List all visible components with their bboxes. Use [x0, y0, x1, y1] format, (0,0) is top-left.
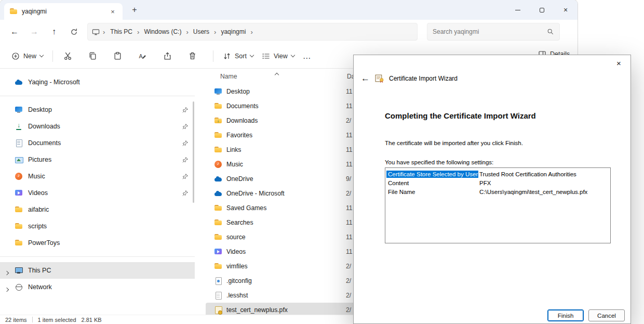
file-name: Documents [226, 102, 342, 110]
minimize-icon [515, 10, 520, 10]
cut-button[interactable] [58, 47, 77, 66]
wizard-settings-list[interactable]: Certificate Store Selected by UserTruste… [385, 167, 611, 243]
sidebar-item-label: This PC [28, 267, 51, 274]
setting-row-content[interactable]: ContentPFX [386, 178, 609, 187]
sidebar-item-onedrive[interactable]: Yaqing - Microsoft [0, 74, 195, 90]
sidebar-item-label: Documents [28, 139, 61, 147]
sidebar-item-label: Downloads [28, 123, 60, 130]
sidebar-item-downloads[interactable]: Downloads [0, 118, 195, 135]
pin-icon [181, 173, 189, 180]
file-name: Music [226, 161, 342, 168]
file-name: .gitconfig [226, 277, 342, 284]
expand-chevron-icon[interactable] [5, 288, 9, 292]
forward-button[interactable]: → [26, 23, 43, 40]
file-name: source [226, 234, 342, 241]
sidebar-item-label: Network [28, 283, 52, 291]
file-name: Searches [226, 219, 342, 226]
search-icon [547, 28, 554, 35]
address-bar[interactable]: This PCWindows (C:)Usersyaqingmi [87, 23, 418, 41]
pin-icon [181, 156, 189, 163]
close-button[interactable]: × [554, 0, 578, 20]
navigation-bar: ← → ↑ This PCWindows (C:)Usersyaqingmi [0, 20, 578, 44]
sidebar-item-pictures[interactable]: Pictures [0, 151, 195, 168]
minimize-button[interactable] [506, 0, 530, 20]
file-row-gitconfig[interactable]: .gitconfig2/ [206, 274, 361, 288]
sidebar-item-documents[interactable]: Documents [0, 135, 195, 151]
file-row-favorites[interactable]: Favorites11 [206, 128, 361, 142]
new-tab-button[interactable]: + [129, 4, 140, 16]
paste-button[interactable] [108, 47, 127, 66]
rename-button[interactable]: A [133, 47, 152, 66]
wizard-settings-caption: You have specified the following setting… [385, 159, 493, 165]
maximize-icon [540, 8, 544, 12]
copy-button[interactable] [83, 47, 102, 66]
explorer-tab[interactable]: yaqingmi × [4, 3, 123, 20]
breadcrumb-item-yaqingmi[interactable]: yaqingmi [218, 26, 249, 37]
sidebar-item-videos[interactable]: Videos [0, 185, 195, 201]
file-row-vimfiles[interactable]: vimfiles2/ [206, 259, 361, 274]
more-options-button[interactable]: … [299, 50, 316, 62]
sort-button[interactable]: Sort [219, 49, 258, 63]
breadcrumb-chevron-icon [136, 28, 141, 36]
delete-button[interactable] [183, 47, 202, 66]
refresh-button[interactable] [65, 23, 82, 40]
sort-icon [223, 52, 231, 60]
setting-row-file-name[interactable]: File NameC:\Users\yaqingmi\test_cert_new… [386, 187, 609, 196]
certificate-icon [214, 306, 222, 314]
maximize-button[interactable] [530, 0, 554, 20]
back-button[interactable]: ← [6, 23, 23, 40]
share-button[interactable] [158, 47, 177, 66]
file-row-searches[interactable]: Searches11 [206, 215, 361, 230]
status-divider [32, 317, 33, 322]
folder-icon [15, 222, 23, 230]
cut-icon [63, 51, 72, 60]
search-box[interactable] [427, 23, 560, 41]
file-row-onedrive-microsoft[interactable]: OneDrive - Microsoft2/ [206, 186, 361, 201]
file-row-music[interactable]: Music11 [206, 157, 361, 172]
sidebar-item-scripts[interactable]: scripts [0, 218, 195, 235]
cancel-button[interactable]: Cancel [588, 309, 625, 321]
file-row-lesshst[interactable]: .lesshst2/ [206, 288, 361, 303]
breadcrumb-item-this-pc[interactable]: This PC [107, 26, 136, 37]
view-button[interactable]: View [258, 49, 299, 63]
sidebar-item-powertoys[interactable]: PowerToys [0, 235, 195, 251]
new-button-label: New [23, 53, 36, 60]
tab-close-icon[interactable]: × [108, 8, 117, 16]
file-row-videos[interactable]: Videos11 [206, 244, 361, 259]
chevron-down-icon [250, 53, 254, 57]
sidebar-item-aifabric[interactable]: aifabric [0, 201, 195, 218]
folder-icon [214, 233, 222, 241]
setting-value: C:\Users\yaqingmi\test_cert_newplus.pfx [478, 188, 609, 196]
file-name: Links [226, 146, 342, 153]
search-input[interactable] [433, 28, 544, 35]
file-row-saved-games[interactable]: Saved Games11 [206, 201, 361, 215]
file-row-documents[interactable]: Documents11 [206, 99, 361, 113]
sidebar-item-network[interactable]: Network [0, 279, 195, 295]
cloud-icon [214, 189, 222, 198]
breadcrumb-item-users[interactable]: Users [190, 26, 212, 37]
up-button[interactable]: ↑ [46, 23, 62, 40]
setting-row-certificate-store-selected-by-user[interactable]: Certificate Store Selected by UserTruste… [386, 170, 609, 178]
sidebar-item-this-pc[interactable]: This PC [0, 262, 195, 279]
expand-chevron-icon[interactable] [5, 271, 9, 275]
file-row-desktop[interactable]: Desktop11 [206, 84, 361, 99]
paste-icon [113, 51, 122, 60]
sidebar-item-desktop[interactable]: Desktop [0, 101, 195, 118]
file-row-downloads[interactable]: Downloads2/ [206, 113, 361, 128]
file-row-links[interactable]: Links11 [206, 142, 361, 157]
sidebar-item-music[interactable]: Music [0, 168, 195, 185]
column-header-name[interactable]: Name [220, 73, 237, 80]
breadcrumb-item-windows-c[interactable]: Windows (C:) [141, 26, 184, 37]
dialog-close-button[interactable]: × [607, 55, 630, 71]
sidebar-item-label: scripts [28, 223, 47, 230]
onedrive-cloud-icon [15, 78, 23, 86]
wizard-back-button[interactable]: ← [361, 74, 370, 83]
folder-down-icon [214, 116, 222, 125]
file-row-source[interactable]: source11 [206, 230, 361, 244]
file-row-onedrive[interactable]: OneDrive9/ [206, 172, 361, 186]
downloads-icon [15, 122, 23, 131]
sidebar-scrollbar[interactable] [193, 101, 194, 203]
new-button[interactable]: New [7, 49, 47, 63]
finish-button[interactable]: Finish [547, 309, 584, 321]
music-icon [214, 160, 222, 169]
